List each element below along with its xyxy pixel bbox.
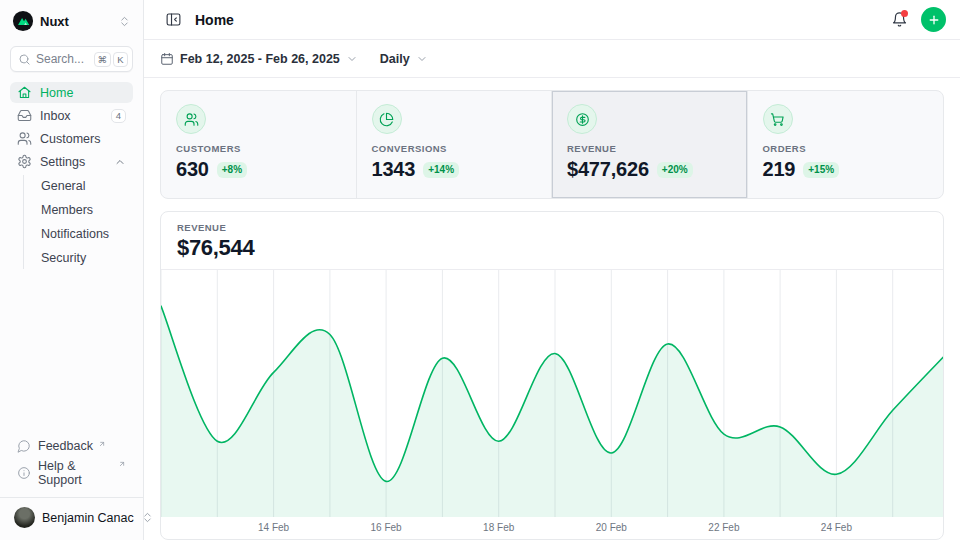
x-axis-tick-label: 16 Feb	[371, 522, 402, 533]
footer-link-label: Help & Support	[38, 459, 113, 487]
stat-card-orders[interactable]: ORDERS219+15%	[748, 91, 944, 198]
stat-card-revenue[interactable]: REVENUE$477,626+20%	[552, 91, 748, 198]
users-icon	[176, 104, 206, 134]
home-icon	[17, 85, 32, 100]
notification-dot	[901, 10, 908, 17]
search-placeholder: Search...	[36, 52, 89, 66]
user-name: Benjamin Canac	[42, 511, 134, 525]
page-title: Home	[195, 12, 877, 28]
stat-label: ORDERS	[763, 143, 929, 154]
arrow-up-right-icon	[118, 460, 126, 468]
chart-header: REVENUE $76,544	[161, 212, 943, 270]
sidebar-item-label: Inbox	[40, 109, 103, 123]
help-support-link[interactable]: Help & Support	[10, 456, 133, 490]
sidebar-item-general[interactable]: General	[37, 175, 133, 197]
kbd-cmd: ⌘	[94, 52, 112, 67]
stat-card-conversions[interactable]: CONVERSIONS1343+14%	[357, 91, 553, 198]
sidebar: Nuxt Search... ⌘K HomeInbox4CustomersSet…	[0, 0, 144, 540]
sidebar-item-settings[interactable]: Settings	[10, 151, 133, 172]
collapse-sidebar-button[interactable]	[160, 7, 186, 33]
date-range-value: Feb 12, 2025 - Feb 26, 2025	[180, 52, 340, 66]
dollar-circle-icon	[567, 104, 597, 134]
stat-label: REVENUE	[567, 143, 732, 154]
stat-card-customers[interactable]: CUSTOMERS630+8%	[161, 91, 357, 198]
stats-row: CUSTOMERS630+8%CONVERSIONS1343+14%REVENU…	[160, 90, 944, 199]
feedback-link[interactable]: Feedback	[10, 436, 133, 456]
notifications-button[interactable]	[886, 7, 912, 33]
inbox-count-badge: 4	[111, 109, 126, 123]
main-area: Home Feb 12, 2025 - Feb 26, 2025 Daily C…	[144, 0, 960, 540]
stat-value: $477,626	[567, 158, 649, 181]
search-input[interactable]: Search... ⌘K	[10, 46, 133, 72]
sidebar-item-notifications[interactable]: Notifications	[37, 223, 133, 245]
chevron-down-icon	[416, 53, 428, 65]
sidebar-item-customers[interactable]: Customers	[10, 128, 133, 149]
sidebar-item-members[interactable]: Members	[37, 199, 133, 221]
sidebar-subnav-settings: GeneralMembersNotificationsSecurity	[23, 175, 133, 269]
dashboard-content: CUSTOMERS630+8%CONVERSIONS1343+14%REVENU…	[144, 78, 960, 540]
chat-bubble-icon	[17, 439, 31, 453]
gear-icon	[17, 154, 32, 169]
inbox-icon	[17, 108, 32, 123]
stat-value: 630	[176, 158, 209, 181]
user-avatar	[14, 507, 35, 528]
sidebar-item-label: Home	[40, 86, 126, 100]
kbd-k: K	[113, 52, 128, 67]
stat-value: 1343	[372, 158, 416, 181]
nuxt-logo-icon	[12, 10, 34, 32]
sidebar-item-label: Customers	[40, 132, 126, 146]
sidebar-item-home[interactable]: Home	[10, 82, 133, 103]
x-axis-tick-label: 24 Feb	[821, 522, 852, 533]
info-circle-icon	[17, 466, 31, 480]
add-button[interactable]	[921, 7, 946, 32]
chart-x-axis: 14 Feb16 Feb18 Feb20 Feb22 Feb24 Feb	[161, 517, 943, 539]
search-icon	[18, 53, 31, 66]
stat-delta-badge: +15%	[803, 162, 839, 178]
cart-icon	[763, 104, 793, 134]
calendar-icon	[160, 52, 174, 66]
app-window: Nuxt Search... ⌘K HomeInbox4CustomersSet…	[0, 0, 960, 540]
x-axis-tick-label: 14 Feb	[258, 522, 289, 533]
chart-value: $76,544	[177, 235, 927, 261]
granularity-value: Daily	[380, 52, 410, 66]
stat-delta-badge: +8%	[217, 162, 247, 178]
stat-value: 219	[763, 158, 796, 181]
chart-label: REVENUE	[177, 222, 927, 233]
users-icon	[17, 131, 32, 146]
x-axis-tick-label: 22 Feb	[708, 522, 739, 533]
sidebar-item-label: Settings	[40, 155, 106, 169]
workspace-name: Nuxt	[40, 14, 112, 29]
revenue-chart-card: REVENUE $76,544 14 Feb16 Feb18 Feb20 Feb…	[160, 211, 944, 540]
footer-link-label: Feedback	[38, 439, 93, 453]
sidebar-footer-links: FeedbackHelp & Support	[10, 436, 133, 490]
workspace-switcher[interactable]: Nuxt	[10, 8, 133, 34]
date-range-picker[interactable]: Feb 12, 2025 - Feb 26, 2025	[160, 52, 358, 66]
pie-chart-icon	[372, 104, 402, 134]
stat-delta-badge: +14%	[423, 162, 459, 178]
sidebar-item-security[interactable]: Security	[37, 247, 133, 269]
stat-delta-badge: +20%	[657, 162, 693, 178]
stat-label: CONVERSIONS	[372, 143, 537, 154]
x-axis-tick-label: 18 Feb	[483, 522, 514, 533]
chevron-down-icon	[346, 53, 358, 65]
granularity-select[interactable]: Daily	[380, 52, 428, 66]
page-header: Home	[144, 0, 960, 40]
filter-toolbar: Feb 12, 2025 - Feb 26, 2025 Daily	[144, 40, 960, 78]
stat-label: CUSTOMERS	[176, 143, 341, 154]
search-shortcut: ⌘K	[94, 52, 129, 67]
x-axis-tick-label: 20 Feb	[596, 522, 627, 533]
sidebar-item-inbox[interactable]: Inbox4	[10, 105, 133, 126]
chevron-up-icon	[114, 156, 126, 168]
revenue-area-chart[interactable]	[161, 270, 943, 517]
sidebar-divider	[0, 497, 143, 498]
user-menu[interactable]: Benjamin Canac	[10, 505, 133, 530]
sidebar-nav: HomeInbox4CustomersSettingsGeneralMember…	[10, 82, 133, 270]
selector-icon	[118, 15, 131, 28]
arrow-up-right-icon	[98, 440, 106, 448]
